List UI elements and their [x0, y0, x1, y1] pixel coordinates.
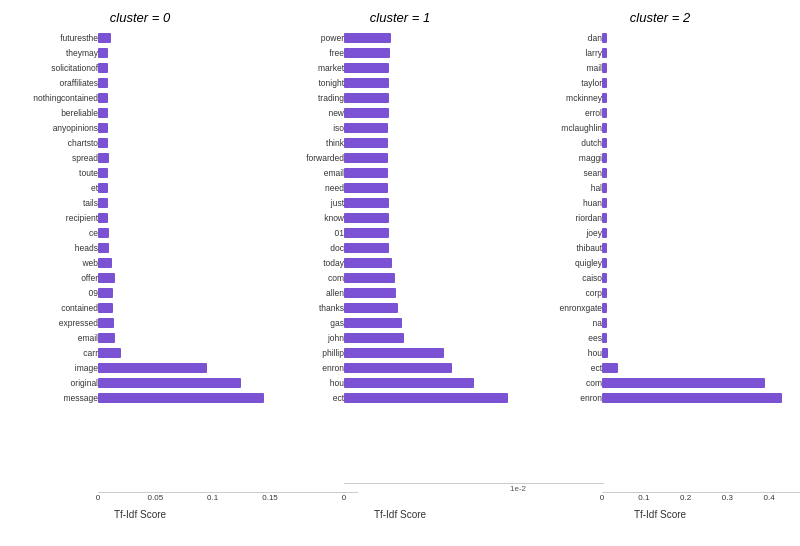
chart-panel-1: cluster = 1powerfreemarkettonighttrading… [270, 10, 530, 520]
bar-fill [98, 168, 108, 178]
bar-track [98, 333, 270, 343]
bar-row: new [270, 106, 530, 120]
bar-row: huan [530, 196, 790, 210]
bar-label: tails [10, 198, 98, 208]
bar-row: corp [530, 286, 790, 300]
bar-label: tonight [270, 78, 344, 88]
bar-label: trading [270, 93, 344, 103]
bar-fill [344, 48, 390, 58]
bar-row: com [530, 376, 790, 390]
bar-track [344, 213, 530, 223]
bar-track [344, 363, 530, 373]
bar-row: free [270, 46, 530, 60]
bar-label: gas [270, 318, 344, 328]
bar-row: doc [270, 241, 530, 255]
bar-row: ect [270, 391, 530, 405]
bar-label: errol [530, 108, 602, 118]
bar-fill [602, 318, 607, 328]
bar-track [98, 168, 270, 178]
bar-label: mckinney [530, 93, 602, 103]
bar-fill [98, 63, 108, 73]
bar-row: mclaughlin [530, 121, 790, 135]
bar-row: phillip [270, 346, 530, 360]
bar-fill [98, 288, 113, 298]
bar-track [602, 213, 790, 223]
bar-label: market [270, 63, 344, 73]
bar-fill [98, 228, 109, 238]
bar-label: larry [530, 48, 602, 58]
bar-label: theymay [10, 48, 98, 58]
bar-fill [98, 273, 115, 283]
bar-row: enron [270, 361, 530, 375]
bar-fill [344, 153, 388, 163]
bar-row: bereliable [10, 106, 270, 120]
bar-track [98, 273, 270, 283]
bar-fill [602, 183, 607, 193]
bar-row: web [10, 256, 270, 270]
bar-label: john [270, 333, 344, 343]
bar-row: larry [530, 46, 790, 60]
x-tick-label: 0 [96, 493, 100, 502]
bar-track [98, 348, 270, 358]
bar-track [98, 123, 270, 133]
bar-row: oraffiliates [10, 76, 270, 90]
bar-row: know [270, 211, 530, 225]
bar-label: sean [530, 168, 602, 178]
bar-fill [602, 378, 765, 388]
bar-label: taylor [530, 78, 602, 88]
bar-label: original [10, 378, 98, 388]
charts-container: cluster = 0futuresthetheymaysolicitation… [0, 10, 800, 520]
bar-row: ees [530, 331, 790, 345]
bar-label: web [10, 258, 98, 268]
bar-fill [344, 378, 474, 388]
chart-area-2: danlarrymailtaylormckinneyerrolmclaughli… [530, 31, 790, 490]
bar-row: anyopinions [10, 121, 270, 135]
bar-row: gas [270, 316, 530, 330]
bar-label: caiso [530, 273, 602, 283]
bar-row: recipient [10, 211, 270, 225]
bar-row: 01 [270, 226, 530, 240]
bar-track [98, 153, 270, 163]
bar-row: caiso [530, 271, 790, 285]
bar-label: just [270, 198, 344, 208]
bar-row: forwarded [270, 151, 530, 165]
bar-label: message [10, 393, 98, 403]
bar-fill [98, 378, 241, 388]
bar-track [344, 243, 530, 253]
bar-label: free [270, 48, 344, 58]
bar-label: 09 [10, 288, 98, 298]
bar-fill [98, 213, 108, 223]
bar-track [602, 348, 790, 358]
bar-row: taylor [530, 76, 790, 90]
bar-track [344, 168, 530, 178]
bar-track [344, 378, 530, 388]
bar-row: chartsto [10, 136, 270, 150]
bar-row: contained [10, 301, 270, 315]
bar-fill [602, 153, 607, 163]
bar-track [602, 318, 790, 328]
bar-fill [602, 348, 608, 358]
bar-row: john [270, 331, 530, 345]
x-axis-ticks: 00.050.10.15 [98, 493, 270, 505]
bar-track [602, 93, 790, 103]
bar-row: dan [530, 31, 790, 45]
bar-label: phillip [270, 348, 344, 358]
bar-row: carr [10, 346, 270, 360]
bar-fill [98, 93, 108, 103]
bar-row: email [270, 166, 530, 180]
x-tick-label: 0.2 [680, 493, 691, 502]
bar-row: expressed [10, 316, 270, 330]
bar-row: original [10, 376, 270, 390]
chart-title-0: cluster = 0 [110, 10, 170, 25]
bar-fill [602, 243, 607, 253]
bar-track [98, 288, 270, 298]
bar-label: dutch [530, 138, 602, 148]
bar-label: thibaut [530, 243, 602, 253]
bar-fill [98, 348, 121, 358]
bar-label: expressed [10, 318, 98, 328]
bar-row: na [530, 316, 790, 330]
bar-track [602, 153, 790, 163]
bar-track [98, 198, 270, 208]
bar-track [602, 63, 790, 73]
bar-track [98, 213, 270, 223]
